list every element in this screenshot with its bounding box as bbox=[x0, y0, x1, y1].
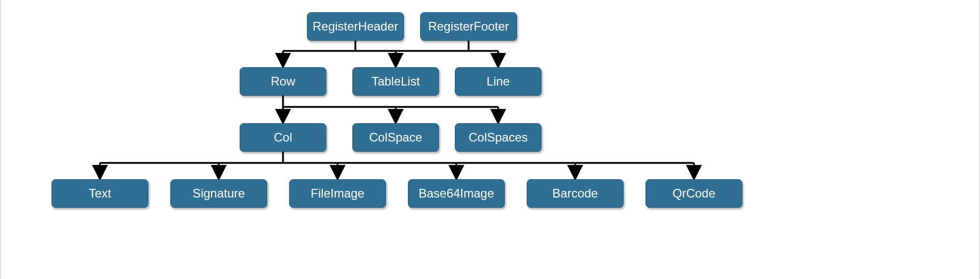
node-tablelist: TableList bbox=[352, 67, 439, 96]
node-register-footer: RegisterFooter bbox=[420, 12, 517, 41]
node-colspaces: ColSpaces bbox=[455, 123, 541, 152]
node-base64image: Base64Image bbox=[408, 179, 505, 208]
node-col: Col bbox=[240, 123, 326, 152]
node-row: Row bbox=[240, 67, 326, 96]
node-colspace: ColSpace bbox=[352, 123, 439, 152]
node-fileimage: FileImage bbox=[289, 179, 386, 208]
node-line: Line bbox=[455, 67, 541, 96]
node-barcode: Barcode bbox=[527, 179, 624, 208]
node-register-header: RegisterHeader bbox=[307, 12, 404, 41]
node-signature: Signature bbox=[170, 179, 267, 208]
node-text: Text bbox=[51, 179, 148, 208]
diagram-canvas: RegisterHeader RegisterFooter Row TableL… bbox=[0, 0, 980, 279]
node-qrcode: QrCode bbox=[646, 179, 742, 208]
